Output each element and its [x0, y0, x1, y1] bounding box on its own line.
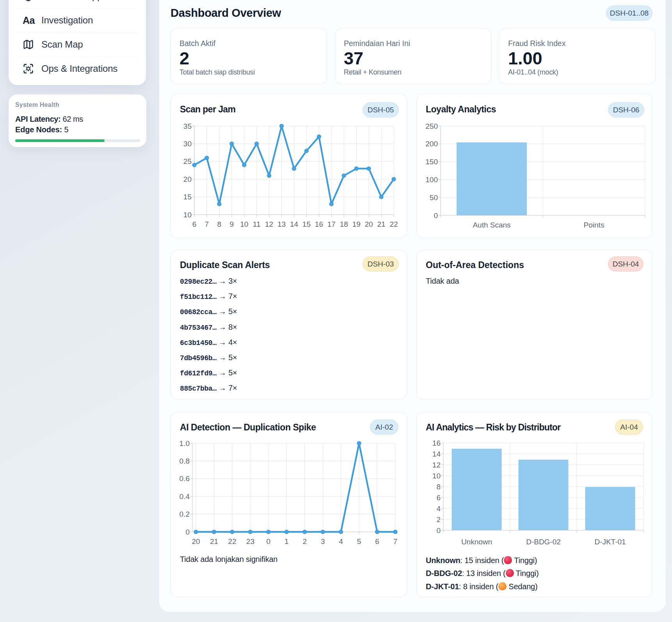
svg-text:6: 6 [436, 494, 441, 502]
svg-text:0: 0 [185, 528, 190, 536]
svg-text:16: 16 [315, 220, 323, 228]
svg-text:Auth Scans: Auth Scans [473, 221, 510, 229]
svg-text:30: 30 [183, 140, 192, 148]
svg-text:22: 22 [389, 220, 398, 228]
svg-text:17: 17 [327, 220, 336, 228]
svg-text:10: 10 [240, 220, 248, 228]
svg-text:8: 8 [436, 483, 441, 491]
svg-text:12: 12 [265, 220, 273, 228]
svg-text:50: 50 [430, 194, 438, 202]
svg-text:5: 5 [357, 537, 361, 546]
svg-text:8: 8 [217, 220, 222, 228]
svg-text:0.6: 0.6 [180, 474, 190, 483]
svg-text:9: 9 [230, 220, 234, 228]
svg-text:15: 15 [183, 193, 192, 201]
svg-text:Points: Points [584, 221, 604, 229]
svg-text:0.4: 0.4 [180, 492, 190, 501]
svg-text:35: 35 [183, 122, 192, 130]
svg-text:0: 0 [434, 211, 438, 220]
svg-text:200: 200 [425, 140, 438, 148]
svg-text:16: 16 [432, 439, 441, 447]
svg-text:11: 11 [253, 220, 261, 228]
svg-text:D-BDG-02: D-BDG-02 [526, 538, 561, 546]
svg-text:20: 20 [192, 537, 200, 546]
svg-text:7: 7 [205, 220, 209, 228]
svg-text:12: 12 [432, 461, 441, 469]
svg-text:0.8: 0.8 [180, 457, 190, 465]
svg-text:Unknown: Unknown [461, 538, 492, 546]
svg-text:15: 15 [302, 220, 311, 228]
svg-text:4: 4 [436, 505, 441, 513]
svg-text:13: 13 [277, 220, 286, 228]
svg-text:23: 23 [246, 537, 254, 546]
svg-text:0.2: 0.2 [180, 510, 190, 518]
svg-text:20: 20 [183, 175, 192, 183]
svg-text:3: 3 [321, 537, 325, 546]
svg-text:D-JKT-01: D-JKT-01 [594, 538, 626, 546]
svg-text:0: 0 [267, 537, 271, 546]
svg-text:10: 10 [183, 211, 192, 219]
svg-text:2: 2 [302, 537, 307, 546]
svg-text:21: 21 [377, 220, 386, 228]
svg-text:150: 150 [425, 158, 438, 166]
svg-text:1: 1 [284, 537, 289, 546]
svg-text:14: 14 [432, 450, 441, 458]
svg-text:10: 10 [432, 472, 441, 480]
svg-text:250: 250 [425, 122, 438, 130]
svg-text:14: 14 [290, 220, 299, 228]
svg-text:7: 7 [393, 537, 398, 546]
svg-text:21: 21 [210, 537, 218, 546]
svg-text:100: 100 [425, 176, 438, 184]
svg-text:2: 2 [436, 515, 441, 524]
svg-text:19: 19 [352, 220, 361, 228]
svg-text:1.0: 1.0 [180, 439, 190, 448]
svg-text:4: 4 [339, 537, 343, 546]
svg-text:6: 6 [192, 220, 197, 228]
svg-text:20: 20 [365, 220, 373, 228]
svg-text:6: 6 [375, 537, 379, 546]
svg-text:22: 22 [228, 537, 236, 546]
svg-text:18: 18 [340, 220, 348, 228]
svg-text:25: 25 [183, 157, 192, 165]
svg-text:0: 0 [436, 526, 441, 535]
